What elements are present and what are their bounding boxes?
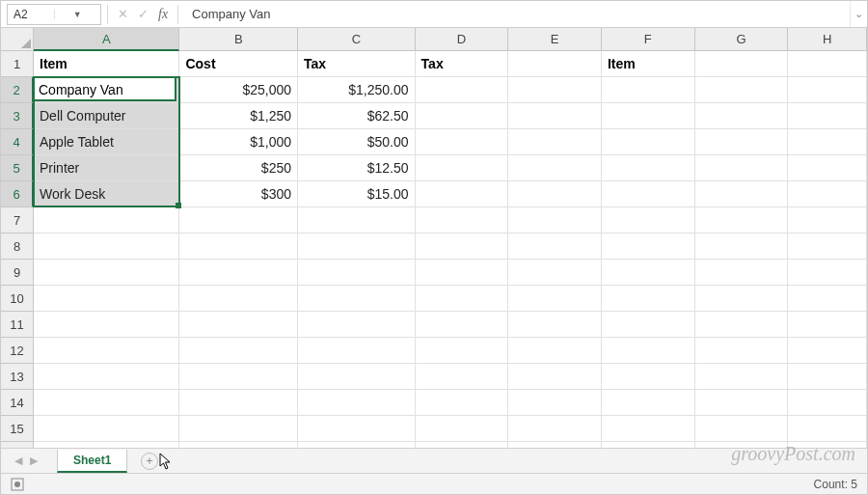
cell[interactable]: Tax [416,51,509,77]
row-header[interactable]: 6 [1,181,34,207]
cell[interactable]: $300 [179,181,298,207]
cell[interactable] [695,77,789,103]
cell[interactable]: Work Desk [34,181,179,207]
name-box-dropdown-icon[interactable]: ▼ [54,10,101,19]
cell[interactable] [695,286,789,312]
cell[interactable] [788,155,867,181]
fx-icon[interactable]: fx [158,7,168,22]
cell[interactable]: $12.50 [298,155,416,181]
cell[interactable] [695,364,789,390]
cell[interactable] [34,286,179,312]
cell[interactable] [298,338,416,364]
cell[interactable] [602,77,695,103]
cell[interactable] [34,390,179,416]
cell[interactable] [695,416,789,442]
cell[interactable] [416,234,509,260]
cell[interactable] [508,51,602,77]
cell[interactable] [508,129,602,155]
cell[interactable] [416,207,509,234]
cell[interactable] [416,364,509,390]
cell[interactable] [298,286,416,312]
cell[interactable] [695,129,789,155]
sheet-nav-next-icon[interactable]: ▶ [26,454,41,467]
column-header[interactable]: D [416,28,509,51]
record-macro-icon[interactable] [11,477,24,491]
cell[interactable] [788,207,867,234]
select-all-corner[interactable] [1,28,34,51]
cell[interactable]: $1,000 [179,129,298,155]
cell[interactable] [179,260,298,286]
cell[interactable] [788,51,867,77]
cell[interactable] [416,181,509,207]
cell[interactable] [508,260,602,286]
cell[interactable] [602,103,695,129]
cell[interactable] [179,207,298,234]
cell[interactable] [508,364,602,390]
cell[interactable] [34,207,179,234]
row-header[interactable]: 8 [1,234,34,260]
cell[interactable] [602,286,695,312]
column-header[interactable]: E [508,28,602,51]
cell[interactable] [34,260,179,286]
cell[interactable] [788,416,867,442]
cell[interactable] [695,51,789,77]
sheet-nav-prev-icon[interactable]: ◀ [11,454,26,467]
cell[interactable]: $50.00 [298,129,416,155]
row-header[interactable]: 1 [1,51,34,77]
row-header[interactable]: 11 [1,312,34,338]
cell[interactable] [788,364,867,390]
cell[interactable] [298,364,416,390]
cell[interactable] [298,390,416,416]
cell[interactable] [508,234,602,260]
cell[interactable] [34,234,179,260]
name-box[interactable]: A2 ▼ [7,4,101,25]
column-header[interactable]: A [34,28,179,51]
cell[interactable] [788,77,867,103]
cell[interactable] [508,155,602,181]
cell[interactable] [416,103,509,129]
cell[interactable] [508,390,602,416]
row-header[interactable]: 15 [1,416,34,442]
cell[interactable] [298,234,416,260]
row-header[interactable]: 13 [1,364,34,390]
cell[interactable] [695,260,789,286]
cell[interactable]: $1,250.00 [298,77,416,103]
cell[interactable]: $1,250 [179,103,298,129]
cell[interactable] [695,312,789,338]
cell[interactable] [34,416,179,442]
cell[interactable] [416,390,509,416]
cell[interactable] [788,312,867,338]
cell[interactable] [179,390,298,416]
row-header[interactable]: 5 [1,155,34,181]
add-sheet-button[interactable]: ＋ [141,453,158,470]
sheet-tab-active[interactable]: Sheet1 [57,450,127,473]
cell[interactable] [602,260,695,286]
cell[interactable]: Dell Computer [34,103,179,129]
cell[interactable] [602,364,695,390]
cell[interactable] [602,390,695,416]
cell[interactable] [788,390,867,416]
enter-icon[interactable]: ✓ [138,7,149,21]
cell[interactable] [298,312,416,338]
cell[interactable]: Company Van [34,77,179,103]
cell[interactable] [179,416,298,442]
cell[interactable] [416,416,509,442]
cancel-icon[interactable]: ✕ [118,7,128,21]
cell[interactable] [508,338,602,364]
cell[interactable] [695,181,789,207]
cell[interactable] [788,338,867,364]
cell[interactable] [695,390,789,416]
cell[interactable] [298,260,416,286]
cell[interactable]: $25,000 [179,77,298,103]
row-header[interactable]: 10 [1,286,34,312]
cell[interactable]: $62.50 [298,103,416,129]
cell[interactable] [508,181,602,207]
cell[interactable] [508,416,602,442]
cell[interactable] [788,286,867,312]
column-header[interactable]: G [695,28,789,51]
row-header[interactable]: 9 [1,260,34,286]
row-header[interactable]: 12 [1,338,34,364]
cell[interactable] [695,207,789,234]
cell[interactable] [602,207,695,234]
cell[interactable] [179,338,298,364]
